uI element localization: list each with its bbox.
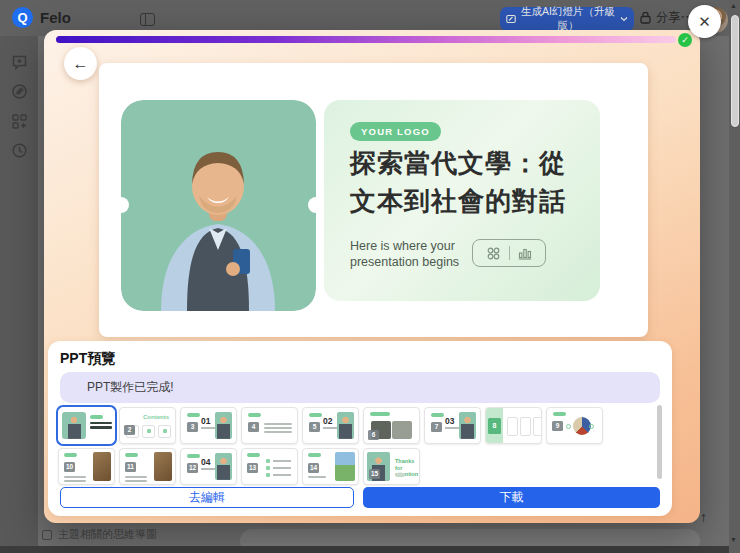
- bar-chart-icon: [518, 247, 532, 260]
- checkbox-icon: [42, 530, 52, 540]
- slide-subtitle: Here is where your presentation begins: [350, 238, 459, 270]
- grid-dots-icon: [486, 246, 501, 261]
- slide-thumbnail-7[interactable]: 037: [424, 407, 481, 444]
- status-banner: PPT製作已完成!: [60, 372, 660, 403]
- slide-thumbnail-4[interactable]: 4: [241, 407, 298, 444]
- brand-name: Felo: [40, 9, 71, 26]
- chevron-down-icon: [620, 16, 628, 22]
- background-hint-text: 主題相關的思維導圖: [58, 527, 157, 542]
- slide-title: 探索當代文學：從 文本到社會的對話: [350, 144, 566, 220]
- back-button[interactable]: ←: [64, 47, 97, 80]
- presenter-illustration: [121, 100, 316, 311]
- slide-thumbnail-5[interactable]: 025: [302, 407, 359, 444]
- edit-button[interactable]: 去編輯: [60, 487, 354, 508]
- thumbnail-row-1: Contents20134025603789: [58, 407, 603, 444]
- preview-heading: PPT預覽: [60, 350, 115, 368]
- scrollbar-up-arrow[interactable]: ▲: [730, 2, 737, 9]
- bottom-strip: [0, 546, 740, 553]
- photo-notch: [113, 197, 129, 213]
- new-chat-icon[interactable]: [11, 54, 28, 71]
- thumbnail-row-2: 10110412131415Thanks for attention: [58, 448, 420, 485]
- history-icon[interactable]: [11, 142, 28, 159]
- slide-text-panel: YOUR LOGO 探索當代文學：從 文本到社會的對話 Here is wher…: [324, 100, 600, 301]
- slide-thumbnail-12[interactable]: 0412: [180, 448, 237, 485]
- scrollbar-down-arrow[interactable]: ▼: [730, 536, 737, 543]
- scrollbar-thumb[interactable]: [731, 15, 739, 127]
- slide-thumbnail-3[interactable]: 013: [180, 407, 237, 444]
- slide-preview-card: YOUR LOGO 探索當代文學：從 文本到社會的對話 Here is wher…: [99, 63, 648, 337]
- screen: Q Felo 生成AI幻燈片（升級版） 分享 ⋯ 主題相關的思維導圖 ✓ ←: [0, 0, 740, 553]
- thumbnail-scrollbar[interactable]: [657, 405, 662, 479]
- generate-slides-label: 生成AI幻燈片（升級版）: [520, 5, 616, 33]
- slide-thumbnail-6[interactable]: 6: [363, 407, 420, 444]
- slide-thumbnail-1[interactable]: [58, 407, 115, 444]
- slide-thumbnail-11[interactable]: 11: [119, 448, 176, 485]
- progress-bar: [56, 36, 676, 43]
- topics-grid-icon[interactable]: [11, 113, 28, 130]
- lock-icon: [640, 11, 651, 24]
- slides-icon: [506, 14, 516, 24]
- slide-thumbnail-10[interactable]: 10: [58, 448, 115, 485]
- ppt-preview-modal: ✓ ←: [44, 30, 700, 523]
- share-button[interactable]: 分享: [640, 9, 680, 26]
- app-sidebar: [0, 36, 38, 553]
- slide-thumbnail-14[interactable]: 14: [302, 448, 359, 485]
- slide-icon-box: [472, 239, 546, 267]
- complete-check-icon: ✓: [678, 33, 692, 47]
- brand[interactable]: Q Felo: [12, 7, 71, 28]
- felo-logo-icon: Q: [12, 7, 33, 28]
- photo-notch: [308, 197, 324, 213]
- ppt-preview-panel: PPT預覽 PPT製作已完成! Contents20134025603789 1…: [48, 341, 672, 516]
- compose-icon[interactable]: [11, 83, 28, 100]
- page-scrollbar[interactable]: ▲ ▼: [729, 0, 740, 553]
- scroll-up-icon[interactable]: ↑: [700, 509, 707, 525]
- slide-thumbnail-9[interactable]: 9: [546, 407, 603, 444]
- slide-thumbnail-8[interactable]: 8: [485, 407, 542, 444]
- background-hint: 主題相關的思維導圖: [42, 527, 157, 542]
- download-button[interactable]: 下載: [363, 487, 660, 508]
- logo-badge: YOUR LOGO: [350, 122, 441, 141]
- slide-thumbnail-15[interactable]: 15Thanks for attention: [363, 448, 420, 485]
- close-modal-button[interactable]: ✕: [688, 5, 721, 38]
- sidebar-toggle-icon[interactable]: [140, 13, 155, 26]
- divider: [509, 246, 510, 260]
- slide-thumbnail-2[interactable]: Contents2: [119, 407, 176, 444]
- presenter-photo: [121, 100, 316, 311]
- slide-thumbnail-13[interactable]: 13: [241, 448, 298, 485]
- generate-slides-button[interactable]: 生成AI幻燈片（升級版）: [500, 7, 634, 31]
